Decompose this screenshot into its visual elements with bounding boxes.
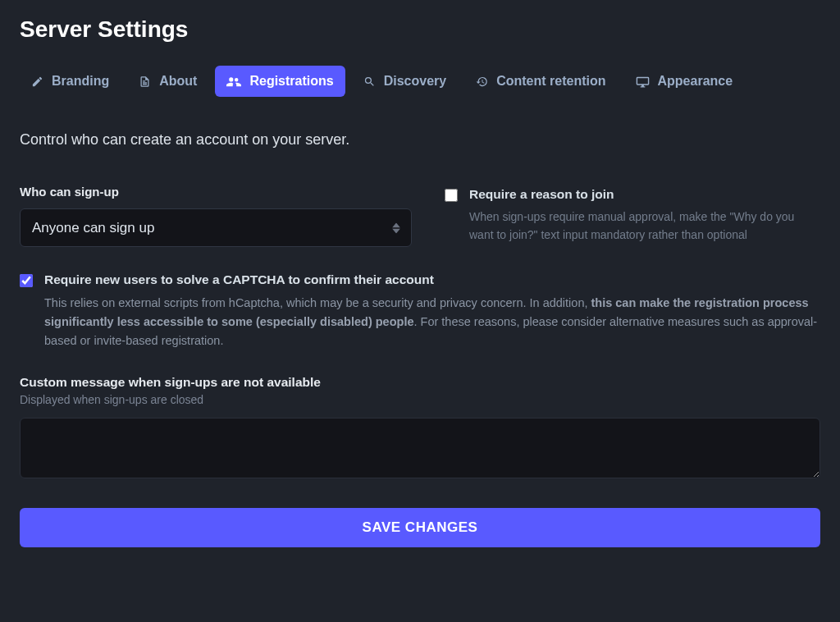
signup-mode-label: Who can sign-up [20, 185, 412, 199]
tab-label: Appearance [658, 74, 733, 89]
tab-about[interactable]: About [127, 66, 208, 97]
closed-message-hint: Displayed when sign-ups are closed [20, 393, 820, 406]
tab-discovery[interactable]: Discovery [352, 66, 459, 97]
desktop-icon [636, 75, 650, 88]
require-captcha-hint: This relies on external scripts from hCa… [44, 294, 820, 351]
require-captcha-checkbox[interactable] [20, 274, 33, 287]
search-icon [363, 75, 376, 88]
tab-branding[interactable]: Branding [20, 66, 121, 97]
tab-label: Registrations [249, 74, 333, 89]
pencil-icon [31, 75, 43, 88]
signup-mode-select[interactable]: Anyone can sign up [20, 208, 412, 247]
tab-label: Branding [52, 74, 109, 89]
users-icon [226, 75, 241, 88]
require-captcha-label: Require new users to solve a CAPTCHA to … [44, 272, 820, 289]
tabs-bar: Branding About Registrations Discovery C… [20, 66, 820, 97]
require-reason-checkbox[interactable] [445, 189, 458, 202]
section-description: Control who can create an account on you… [20, 131, 820, 149]
page-title: Server Settings [20, 16, 820, 43]
closed-message-label: Custom message when sign-ups are not ava… [20, 375, 820, 390]
require-reason-label: Require a reason to join [469, 186, 820, 204]
history-icon [476, 75, 488, 88]
closed-message-textarea[interactable] [20, 418, 820, 478]
file-text-icon [139, 75, 151, 88]
tab-content-retention[interactable]: Content retention [464, 66, 617, 97]
tab-registrations[interactable]: Registrations [215, 66, 345, 97]
tab-appearance[interactable]: Appearance [624, 66, 745, 97]
require-reason-hint: When sign-ups require manual approval, m… [469, 208, 820, 244]
tab-label: About [159, 74, 197, 89]
tab-label: Discovery [384, 74, 447, 89]
tab-label: Content retention [496, 74, 605, 89]
signup-mode-select-wrap: Anyone can sign up [20, 208, 412, 247]
save-changes-button[interactable]: SAVE CHANGES [20, 508, 820, 547]
